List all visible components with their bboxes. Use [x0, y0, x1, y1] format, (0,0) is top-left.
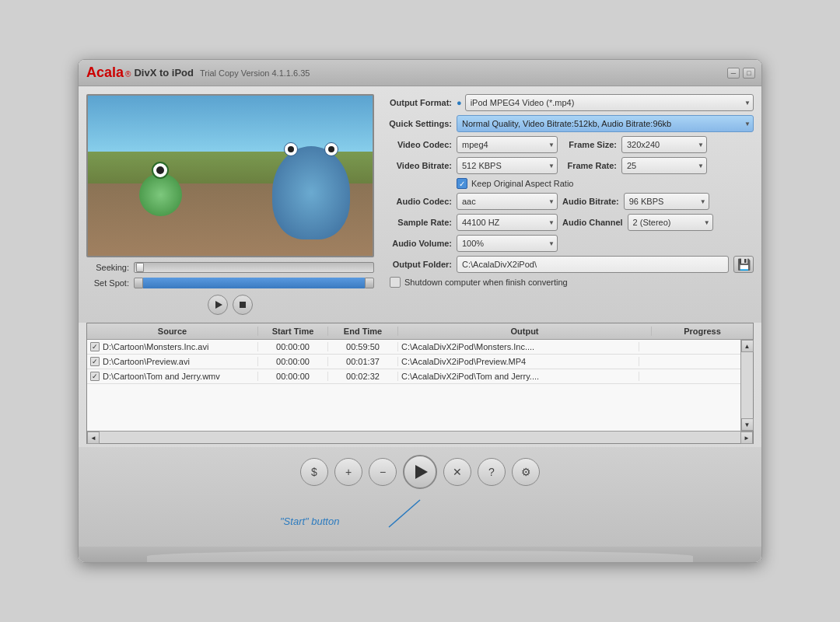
output-format-select[interactable]: iPod MPEG4 Video (*.mp4)	[465, 94, 754, 111]
audio-volume-row: Audio Volume: 100%	[382, 235, 754, 252]
file-source-cell: ✓ D:\Cartoon\Tom and Jerry.wmv	[87, 372, 258, 381]
file-start-cell: 00:00:00	[258, 372, 328, 381]
stop-button[interactable]	[233, 295, 253, 315]
video-bitrate-label: Video Bitrate:	[382, 161, 452, 170]
table-row[interactable]: ✓ D:\Cartoon\Monsters.Inc.avi 00:00:00 0…	[87, 340, 740, 355]
sample-rate-wrapper: 44100 HZ	[457, 214, 558, 231]
seek-thumb[interactable]	[136, 263, 144, 272]
dollar-button[interactable]: $	[300, 458, 328, 486]
frame-rate-select[interactable]: 25	[621, 157, 707, 174]
monster-sully	[272, 131, 350, 239]
main-content: Seeking: Set Spot:	[79, 86, 761, 323]
file-source-cell: ✓ D:\Cartoon\Monsters.Inc.avi	[87, 342, 258, 351]
annotation-container: "Start" button	[264, 492, 576, 539]
set-spot-label: Set Spot:	[86, 278, 129, 288]
file-end-cell: 00:02:32	[328, 372, 398, 381]
remove-button[interactable]: −	[369, 458, 397, 486]
output-folder-input[interactable]	[457, 256, 729, 273]
sample-channel-row: Sample Rate: 44100 HZ Audio Channel 2 (S…	[382, 214, 754, 231]
row-checkbox[interactable]: ✓	[90, 357, 100, 366]
start-icon	[415, 465, 428, 479]
set-spot-fill	[143, 278, 365, 288]
aspect-ratio-label: Keep Original Aspect Ratio	[471, 179, 573, 188]
browse-folder-button[interactable]: 💾	[733, 256, 754, 273]
set-spot-handle-right[interactable]	[365, 278, 374, 288]
audio-volume-select[interactable]: 100%	[457, 235, 558, 252]
audio-codec-wrapper: aac	[457, 193, 558, 210]
vertical-scrollbar: ▲ ▼	[740, 340, 753, 431]
audio-channel-select[interactable]: 2 (Stereo)	[628, 214, 713, 231]
scroll-up-arrow[interactable]: ▲	[741, 340, 754, 352]
video-codec-select[interactable]: mpeg4	[457, 136, 558, 153]
svg-line-0	[389, 500, 420, 527]
scroll-left-arrow[interactable]: ◄	[87, 432, 100, 444]
brand-reg: ®	[125, 70, 131, 79]
set-spot-handle-left[interactable]	[134, 278, 143, 288]
col-output: Output	[398, 327, 652, 336]
sample-rate-select[interactable]: 44100 HZ	[457, 214, 558, 231]
audio-codec-row: Audio Codec: aac Audio Bitrate: 96 KBPS	[382, 193, 754, 210]
horizontal-scrollbar: ◄ ►	[87, 431, 753, 443]
control-buttons: $ + − ✕ ? ⚙	[300, 455, 540, 489]
frame-size-wrapper: 320x240	[621, 136, 707, 153]
brand-name: Acala	[86, 65, 124, 81]
output-format-container: ● iPod MPEG4 Video (*.mp4)	[457, 94, 754, 111]
frame-rate-label: Frame Rate:	[562, 161, 617, 170]
table-row[interactable]: ✓ D:\Cartoon\Tom and Jerry.wmv 00:00:00 …	[87, 369, 740, 384]
video-bitrate-select[interactable]: 512 KBPS	[457, 157, 558, 174]
audio-volume-label: Audio Volume:	[382, 239, 452, 248]
output-format-dropdown-wrapper: iPod MPEG4 Video (*.mp4)	[465, 94, 754, 111]
bottom-decoration	[79, 547, 761, 562]
frame-size-select[interactable]: 320x240	[621, 136, 707, 153]
col-start-time: Start Time	[258, 327, 328, 336]
file-source: D:\Cartoon\Preview.avi	[103, 357, 190, 366]
set-spot-bar-container	[134, 278, 374, 288]
quick-settings-wrapper: Normal Quality, Video Bitrate:512kb, Aud…	[457, 115, 754, 132]
settings-button[interactable]: ⚙	[512, 458, 540, 486]
aspect-ratio-checkbox[interactable]	[457, 178, 467, 189]
audio-channel-wrapper: 2 (Stereo)	[628, 214, 713, 231]
play-button[interactable]	[208, 295, 228, 315]
start-button[interactable]	[403, 455, 437, 489]
hscroll-track[interactable]	[100, 432, 740, 443]
monster-mike	[139, 158, 182, 216]
file-list-header: Source Start Time End Time Output Progre…	[87, 323, 753, 340]
cancel-button[interactable]: ✕	[443, 458, 471, 486]
maximize-button[interactable]: □	[743, 68, 755, 79]
bitrate-framerate-row: Video Bitrate: 512 KBPS Frame Rate: 25	[382, 157, 754, 174]
add-button[interactable]: +	[334, 458, 362, 486]
row-checkbox[interactable]: ✓	[90, 372, 100, 381]
video-codec-wrapper: mpeg4	[457, 136, 558, 153]
help-button[interactable]: ?	[478, 458, 506, 486]
file-output-cell: C:\AcalaDivX2iPod\Preview.MP4	[398, 357, 639, 366]
file-source: D:\Cartoon\Monsters.Inc.avi	[103, 342, 208, 351]
file-source: D:\Cartoon\Tom and Jerry.wmv	[103, 372, 220, 381]
brand: Acala®	[86, 65, 131, 81]
left-panel: Seeking: Set Spot:	[86, 94, 374, 315]
file-list-container: Source Start Time End Time Output Progre…	[86, 323, 754, 444]
sample-rate-label: Sample Rate:	[382, 218, 452, 227]
scroll-track[interactable]	[741, 352, 753, 418]
row-checkbox[interactable]: ✓	[90, 342, 100, 351]
shutdown-checkbox[interactable]	[390, 277, 401, 288]
app-version: Trial Copy Version 4.1.1.6.35	[200, 68, 310, 78]
col-source: Source	[87, 327, 258, 336]
file-start-cell: 00:00:00	[258, 342, 328, 351]
output-format-row: Output Format: ● iPod MPEG4 Video (*.mp4…	[382, 94, 754, 111]
scroll-down-arrow[interactable]: ▼	[741, 418, 754, 431]
quick-settings-label: Quick Settings:	[382, 119, 452, 128]
scroll-right-arrow[interactable]: ►	[740, 432, 753, 444]
minimize-button[interactable]: ─	[727, 68, 740, 79]
output-format-label: Output Format:	[382, 98, 452, 107]
right-panel: Output Format: ● iPod MPEG4 Video (*.mp4…	[382, 94, 754, 315]
audio-bitrate-select[interactable]: 96 KBPS	[624, 193, 709, 210]
video-preview	[86, 94, 374, 257]
app-window: Acala® DivX to iPod Trial Copy Version 4…	[78, 59, 762, 563]
audio-codec-label: Audio Codec:	[382, 197, 452, 206]
table-row[interactable]: ✓ D:\Cartoon\Preview.avi 00:00:00 00:01:…	[87, 355, 740, 369]
audio-codec-select[interactable]: aac	[457, 193, 558, 210]
seek-bar[interactable]	[134, 262, 374, 273]
file-output-cell: C:\AcalaDivX2iPod\Tom and Jerry....	[398, 372, 639, 381]
audio-bitrate-label: Audio Bitrate:	[562, 197, 619, 206]
quick-settings-select[interactable]: Normal Quality, Video Bitrate:512kb, Aud…	[457, 115, 754, 132]
